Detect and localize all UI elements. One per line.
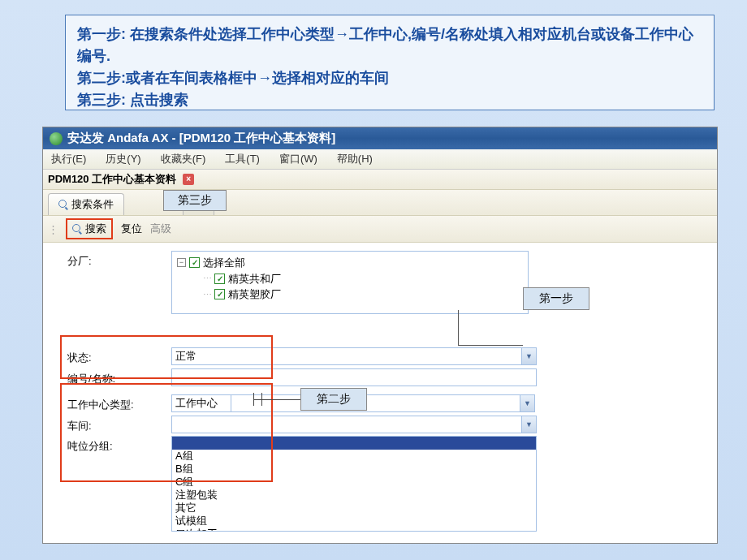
- list-item[interactable]: 其它: [172, 502, 536, 515]
- list-item[interactable]: 试模组: [172, 515, 536, 528]
- advanced-button[interactable]: 高级: [150, 222, 171, 236]
- list-item[interactable]: 二次加工: [172, 528, 536, 532]
- arrow-icon: →: [257, 70, 272, 86]
- search-button-highlight: 搜索: [66, 218, 113, 239]
- search-icon: [58, 200, 68, 209]
- tree-line-icon: ⋯: [203, 288, 211, 302]
- list-item[interactable]: 注塑包装: [172, 489, 536, 502]
- tree-item-2[interactable]: 精英塑胶厂: [228, 286, 281, 303]
- search-button[interactable]: 搜索: [85, 222, 106, 236]
- document-tab-title[interactable]: PDM120 工作中心基本资料: [48, 172, 176, 187]
- window-titlebar: 安达发 Andafa AX - [PDM120 工作中心基本资料]: [43, 127, 717, 149]
- tree-item-1[interactable]: 精英共和厂: [228, 271, 281, 287]
- instruction-step2a: 第二步:或者在车间表格框中: [77, 70, 257, 86]
- sub-tab-row: 搜索条件 第三步 果: [43, 190, 717, 216]
- search-toolbar: ⋮ 搜索 复位 高级: [43, 216, 717, 243]
- dropdown-icon[interactable]: ▼: [521, 416, 536, 433]
- collapse-icon[interactable]: −: [177, 258, 186, 267]
- menu-favorites[interactable]: 收藏夹(F): [161, 152, 206, 166]
- menu-tools[interactable]: 工具(T): [225, 152, 260, 166]
- search-icon: [72, 224, 82, 234]
- close-icon[interactable]: ×: [183, 174, 194, 185]
- factory-label: 分厂:: [67, 251, 171, 269]
- instruction-step1a: 第一步: 在搜索条件处选择工作中心类型: [77, 26, 335, 42]
- wc-type-combo-tail[interactable]: ▼: [231, 394, 535, 412]
- checkbox-select-all[interactable]: ✓: [189, 257, 200, 268]
- checkbox-item2[interactable]: ✓: [214, 289, 225, 299]
- instruction-step3: 第三步: 点击搜索: [77, 89, 702, 111]
- checkbox-item1[interactable]: ✓: [214, 274, 225, 284]
- app-icon: [50, 132, 63, 145]
- step3-callout: 第三步: [163, 190, 227, 211]
- tree-line-icon: ⋯: [203, 272, 211, 286]
- document-tab-bar: PDM120 工作中心基本资料 ×: [43, 170, 717, 190]
- instruction-panel: 第一步: 在搜索条件处选择工作中心类型→工作中心,编号/名称处填入相对应机台或设…: [65, 15, 715, 110]
- highlight-box-1: [60, 335, 273, 379]
- step1-callout: 第一步: [523, 287, 589, 310]
- dropdown-icon[interactable]: ▼: [520, 395, 534, 411]
- instruction-step2b: 选择相对应的车间: [272, 70, 389, 86]
- factory-tree[interactable]: − ✓ 选择全部 ⋯ ✓ 精英共和厂 ⋯ ✓ 精英塑胶厂: [171, 251, 529, 314]
- menu-help[interactable]: 帮助(H): [337, 152, 373, 166]
- step2-callout: 第二步: [300, 388, 367, 411]
- tree-select-all[interactable]: 选择全部: [203, 255, 245, 271]
- menu-window[interactable]: 窗口(W): [279, 152, 317, 166]
- highlight-box-2: [60, 383, 273, 482]
- menu-execute[interactable]: 执行(E): [51, 152, 86, 166]
- toolbar-grip-icon: ⋮: [48, 223, 58, 235]
- menu-bar: 执行(E) 历史(Y) 收藏夹(F) 工具(T) 窗口(W) 帮助(H): [43, 149, 717, 170]
- arrow-icon: →: [335, 26, 349, 42]
- menu-history[interactable]: 历史(Y): [106, 152, 140, 166]
- dropdown-icon[interactable]: ▼: [521, 348, 536, 364]
- reset-button[interactable]: 复位: [121, 222, 142, 236]
- window-title: 安达发 Andafa AX - [PDM120 工作中心基本资料]: [67, 131, 335, 146]
- tab-search-conditions[interactable]: 搜索条件: [48, 193, 124, 215]
